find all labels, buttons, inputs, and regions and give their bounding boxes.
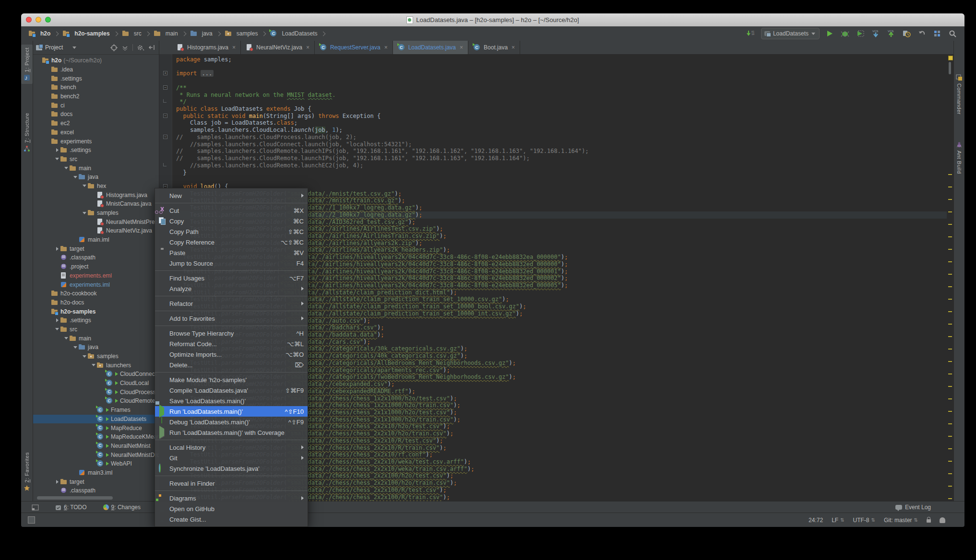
menu-item-jump-to-source[interactable]: Jump to SourceF4	[155, 258, 308, 268]
tree-item-ci[interactable]: ci	[33, 101, 159, 110]
history-icon[interactable]	[901, 28, 912, 39]
collapse-arrow-icon[interactable]	[54, 480, 60, 484]
breadcrumb-item-h2o[interactable]: h2o	[27, 29, 52, 38]
sidebar-item-project[interactable]: 1: Project J	[21, 45, 33, 84]
collapse-arrow-icon[interactable]	[54, 318, 60, 322]
expand-arrow-icon[interactable]	[72, 346, 78, 349]
code-line[interactable]: }	[176, 169, 947, 176]
build-icon[interactable]	[932, 28, 942, 39]
tree-item-launchers[interactable]: launchers	[33, 361, 159, 370]
tree-item-samples[interactable]: samples	[33, 209, 159, 218]
menu-item-create-gist[interactable]: Create Gist...	[155, 514, 308, 525]
menu-item-optimize-imports[interactable]: Optimize Imports...⌥⌘O	[155, 349, 308, 360]
run-configuration-select[interactable]: LoadDatasets	[761, 28, 820, 39]
collapse-all-icon[interactable]	[121, 44, 129, 51]
code-line[interactable]: public static void main(String[] args) t…	[176, 113, 947, 120]
close-icon[interactable]: ×	[512, 44, 515, 51]
menu-item-synchronize-loaddatasets-java[interactable]: Synchronize 'LoadDatasets.java'	[155, 463, 308, 474]
debug-button[interactable]	[840, 28, 850, 39]
expand-arrow-icon[interactable]	[54, 158, 60, 160]
tree-item-java[interactable]: java	[33, 173, 159, 182]
warning-stripe-mark[interactable]	[948, 423, 952, 424]
menu-item-debug-loaddatasets-main[interactable]: Debug 'LoadDatasets.main()'^⇧F9	[155, 417, 308, 427]
menu-item-copy-reference[interactable]: Copy Reference⌥⇧⌘C	[155, 237, 308, 247]
tree-item-hex[interactable]: hex	[33, 182, 159, 191]
event-log-button[interactable]: Event Log	[895, 504, 931, 511]
code-line[interactable]: package samples;	[176, 56, 947, 63]
menu-item-new[interactable]: New	[155, 190, 308, 201]
chevron-down-icon[interactable]	[72, 47, 76, 49]
menu-item-cut[interactable]: Cut⌘X	[155, 205, 308, 216]
run-with-coverage-button[interactable]	[855, 28, 866, 39]
fold-marker-icon[interactable]: −	[163, 135, 167, 139]
code-line[interactable]: */	[176, 98, 947, 105]
breadcrumb-item-java[interactable]: java	[189, 29, 214, 38]
warning-stripe-mark[interactable]	[948, 349, 952, 350]
toolbar-button-todo[interactable]: 6: TODO	[55, 504, 87, 511]
tree-item--project[interactable]: .project	[33, 262, 159, 271]
vertical-scrollbar[interactable]	[949, 62, 951, 74]
fold-marker-icon[interactable]: −	[163, 114, 167, 118]
warning-stripe-mark[interactable]	[948, 461, 952, 462]
code-line[interactable]: // samples.launchers.CloudRemote.launchI…	[176, 148, 947, 155]
expand-arrow-icon[interactable]	[82, 185, 87, 187]
menu-item-make-module-h2o-samples[interactable]: Make Module 'h2o-samples'	[155, 374, 308, 385]
close-icon[interactable]: ×	[460, 44, 463, 51]
tree-item-mnistcanvas-java[interactable]: MnistCanvas.java	[33, 199, 159, 209]
code-line[interactable]: // samples.launchers.CloudProcess.launch…	[176, 134, 947, 141]
warning-stripe-mark[interactable]	[948, 249, 952, 250]
vcs-commit-button[interactable]: VCS	[886, 28, 896, 39]
breadcrumb-item-samples[interactable]: samples	[223, 29, 260, 38]
error-stripe[interactable]	[947, 54, 953, 501]
breadcrumb-item-loaddatasets[interactable]: CLoadDatasets	[268, 29, 319, 38]
expand-arrow-icon[interactable]	[82, 212, 87, 214]
warning-stripe-mark[interactable]	[948, 486, 952, 487]
tree-item-samples[interactable]: samples	[33, 352, 159, 361]
encoding-select[interactable]: UTF-8⇅	[853, 517, 875, 524]
menu-item-reformat-code[interactable]: Reformat Code...⌥⌘L	[155, 338, 308, 349]
column-data-icon[interactable]: 0110	[746, 28, 756, 39]
menu-item-diagrams[interactable]: Diagrams	[155, 493, 308, 503]
code-line[interactable]: //samples.launchers.CloudConnect.launch(…	[176, 141, 947, 148]
code-line[interactable]: /**	[176, 84, 947, 92]
warning-stripe-mark[interactable]	[948, 224, 952, 225]
warning-stripe-mark[interactable]	[948, 236, 952, 237]
vcs-update-button[interactable]: VCS	[870, 28, 881, 39]
tree-item--settings[interactable]: .settings	[33, 316, 159, 325]
hide-panel-icon[interactable]	[148, 44, 155, 51]
tree-item-excel[interactable]: excel	[33, 128, 159, 137]
collapse-arrow-icon[interactable]	[54, 148, 60, 152]
warning-stripe-mark[interactable]	[948, 187, 952, 187]
menu-item-compile-loaddatasets-java[interactable]: Compile 'LoadDatasets.java'⇧⌘F9	[155, 385, 308, 396]
tree-item-h2o-samples[interactable]: h2o-samples	[33, 307, 159, 316]
tree-item-src[interactable]: src	[33, 325, 159, 334]
tree-item-bench[interactable]: bench	[33, 83, 159, 92]
menu-item-run-loaddatasets-main[interactable]: Run 'LoadDatasets.main()'^⇧F10	[155, 406, 308, 417]
tree-item--classpath[interactable]: .classpath	[33, 253, 159, 262]
tree-item-target[interactable]: target	[33, 244, 159, 253]
warning-stripe-mark[interactable]	[948, 311, 952, 312]
tab-requestserver-java[interactable]: CRequestServer.java×	[315, 41, 393, 54]
close-icon[interactable]: ×	[384, 44, 388, 51]
tree-item-h2o[interactable]: h2o (~/Source/h2o)	[33, 56, 159, 65]
tree-item--settings[interactable]: .settings	[33, 146, 159, 155]
highlighting-level-icon[interactable]	[940, 517, 945, 523]
warning-stripe-mark[interactable]	[948, 361, 952, 362]
warning-stripe-mark[interactable]	[948, 448, 952, 449]
undo-icon[interactable]	[916, 28, 927, 39]
warning-stripe-mark[interactable]	[948, 174, 952, 175]
menu-item-copy-path[interactable]: Copy Path⇧⌘C	[155, 226, 308, 237]
tree-item-src[interactable]: src	[33, 155, 159, 164]
menu-item-open-on-github[interactable]: Open on GitHub	[155, 503, 308, 514]
code-line[interactable]: samples.launchers.CloudLocal.launch(job,…	[176, 127, 947, 134]
warning-stripe-mark[interactable]	[948, 373, 952, 374]
warning-stripe-mark[interactable]	[948, 386, 952, 387]
menu-item-delete[interactable]: Delete...⌦	[155, 360, 308, 370]
inspection-status-icon[interactable]	[948, 56, 953, 60]
tree-item-webapi[interactable]: CWebAPI	[33, 459, 159, 468]
code-line[interactable]: public class LoadDatasets extends Job {	[176, 105, 947, 113]
tree-item-mapreduce[interactable]: CMapReduce	[33, 423, 159, 432]
warning-stripe-mark[interactable]	[948, 299, 952, 300]
warning-stripe-mark[interactable]	[948, 398, 952, 399]
tree-item-h2o-docs[interactable]: h2o-docs	[33, 298, 159, 307]
